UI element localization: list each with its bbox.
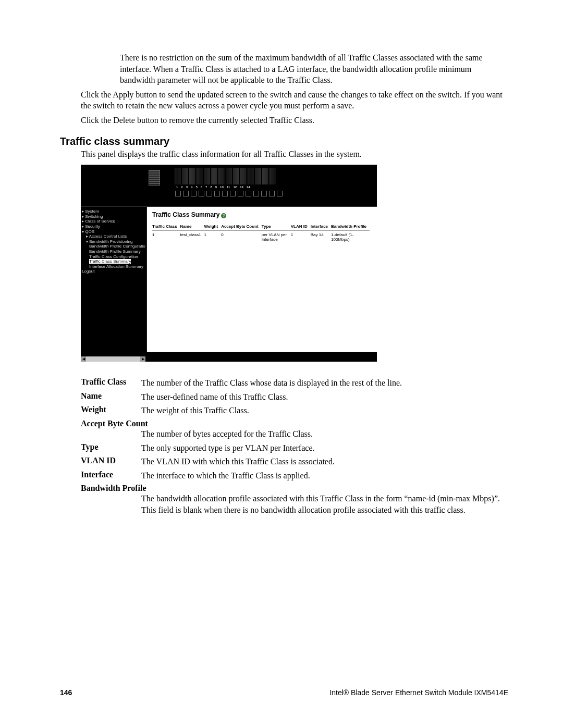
def-term: Bandwidth Profile <box>81 484 508 493</box>
def-term: Interface <box>81 470 141 479</box>
nav-tree: ▸ System ▸ Switching ▸ Class of Service … <box>81 207 147 352</box>
def-term: Weight <box>81 405 141 414</box>
nav-item-if-alloc[interactable]: Interface Allocation Summary <box>82 264 145 269</box>
def-term: Traffic Class <box>81 377 141 387</box>
nav-item-qos[interactable]: ▾ QOS <box>82 229 145 235</box>
chassis-module-icon <box>149 170 160 186</box>
def-desc: The weight of this Traffic Class. <box>141 405 508 416</box>
def-term: Type <box>81 442 141 452</box>
nav-item-switching[interactable]: ▸ Switching <box>82 214 145 219</box>
traffic-class-table: Traffic Class Name Weight Accept Byte Co… <box>152 224 370 242</box>
panel-title: Traffic Class Summary <box>152 211 219 218</box>
col-vlan: VLAN ID <box>291 224 311 231</box>
section-heading: Traffic class summary <box>60 135 508 147</box>
nav-item-tc-summary[interactable]: Traffic Class Summary <box>82 259 145 264</box>
def-term: Name <box>81 391 141 401</box>
chassis-slots <box>175 168 276 184</box>
content-panel: Traffic Class Summary ? Traffic Class Na… <box>147 207 377 352</box>
nav-item-tc-config[interactable]: Traffic Class Configuration <box>82 254 145 260</box>
scroll-right-icon[interactable]: ▶ <box>140 356 145 362</box>
def-desc: The number of the Traffic Class whose da… <box>141 377 508 389</box>
def-desc: The user-defined name of this Traffic Cl… <box>141 391 508 403</box>
def-desc: The number of bytes accepted for the Tra… <box>141 428 508 440</box>
def-desc: The interface to which the Traffic Class… <box>141 470 508 482</box>
col-abc: Accept Byte Count <box>221 224 262 231</box>
def-desc: The VLAN ID with which this Traffic Clas… <box>141 456 508 467</box>
chassis-illustration: 12 34 56 78 910 1112 1314 <box>81 165 377 207</box>
nav-item-logout[interactable]: Logout <box>82 269 145 274</box>
nav-item-bw-profile-config[interactable]: Bandwidth Profile Configuration <box>82 244 145 249</box>
nav-item-cos[interactable]: ▸ Class of Service <box>82 219 145 224</box>
nav-item-security[interactable]: ▸ Security <box>82 224 145 229</box>
col-name: Name <box>180 224 204 231</box>
nav-item-bw-prov[interactable]: ▾ Bandwidth Provisioning <box>82 239 145 244</box>
col-type: Type <box>262 224 291 231</box>
col-bw-profile: Bandwidth Profile <box>331 224 370 231</box>
field-definitions: Traffic Class The number of the Traffic … <box>81 377 508 515</box>
nav-item-system[interactable]: ▸ System <box>82 209 145 214</box>
paragraph: This panel displays the traffic class in… <box>81 149 508 160</box>
nav-scrollbar[interactable]: ◀ ▶ <box>81 356 145 362</box>
paragraph: Click the Delete button to remove the cu… <box>81 115 508 126</box>
col-interface: Interface <box>311 224 331 231</box>
paragraph: There is no restriction on the sum of th… <box>120 52 508 86</box>
page: There is no restriction on the sum of th… <box>0 0 563 728</box>
def-desc: The only supported type is per VLAN per … <box>141 442 508 454</box>
def-term: Accept Byte Count <box>81 419 508 428</box>
page-footer: 146 Intel® Blade Server Ethernet Switch … <box>60 688 508 697</box>
app-screenshot: 12 34 56 78 910 1112 1314 ▸ System ▸ Swi… <box>81 165 377 362</box>
col-traffic-class: Traffic Class <box>152 224 180 231</box>
col-weight: Weight <box>204 224 222 231</box>
scroll-left-icon[interactable]: ◀ <box>81 356 86 362</box>
table-row: 1 test_class1 1 0 per VLAN per Interface… <box>152 231 370 243</box>
document-title: Intel® Blade Server Ethernet Switch Modu… <box>329 688 508 697</box>
help-icon[interactable]: ? <box>221 213 226 218</box>
nav-item-bw-profile-summary[interactable]: Bandwidth Profile Summary <box>82 249 145 254</box>
nav-item-acl[interactable]: ▸ Access Control Lists <box>82 234 145 239</box>
paragraph: Click the Apply button to send the updat… <box>81 89 508 112</box>
def-term: VLAN ID <box>81 456 141 465</box>
slot-numbers: 12 34 56 78 910 1112 1314 <box>176 186 250 189</box>
page-number: 146 <box>60 688 72 697</box>
slot-indicators <box>175 191 283 196</box>
def-desc: The bandwidth allocation profile associa… <box>141 493 508 515</box>
